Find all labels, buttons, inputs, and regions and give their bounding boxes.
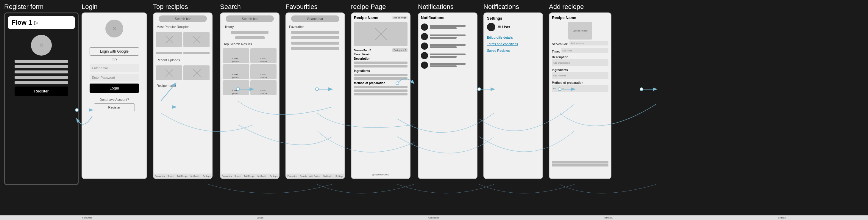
nav-bar-top-recipes: Favourites Search Add Recipe Notificati.… — [154, 174, 212, 178]
recipe-page-section: recipe Page Recipe Name Add Yo recipe Se… — [349, 3, 416, 179]
add-yo-recipe-btn[interactable]: Add Yo recipe — [392, 16, 407, 19]
ing-line-2 — [354, 77, 407, 80]
notif-item-3 — [421, 42, 474, 50]
top-recipes-label: Top recipies — [153, 3, 216, 11]
pop-line-1 — [156, 52, 182, 54]
result-card-2[interactable]: shahipaneer — [250, 48, 277, 63]
search-bar[interactable]: Search bar — [226, 15, 274, 22]
method-placeholder: Add Steps — [553, 87, 564, 90]
main-container: Register form Flow 1 ▷ Register Login Lo… — [0, 0, 868, 220]
bottom-line-1 — [552, 161, 609, 163]
or-text: OR — [112, 58, 117, 62]
notif1-label: Notifications — [418, 3, 480, 11]
popular-img-1 — [156, 32, 182, 47]
upload-image-box[interactable]: Upload Image — [568, 22, 592, 40]
ing-placeholder: Add Incients — [553, 74, 566, 77]
login-section: Login Login with Google OR Enter email E… — [80, 3, 151, 179]
field-line-1 — [14, 60, 68, 63]
fav-line-1 — [291, 31, 339, 34]
nav-notif3[interactable]: Notificati... — [323, 175, 333, 177]
ing-line-1 — [354, 74, 407, 76]
nav-notif[interactable]: Notificati... — [190, 175, 200, 177]
desc-input[interactable]: Add Description — [552, 59, 609, 66]
result-card-4[interactable]: shahipaneer — [250, 64, 277, 79]
top-recipes-section: Top recipies Search bar Most Popular Rec… — [151, 3, 218, 179]
search-screen: Search bar History Top Search Results sh… — [220, 12, 280, 179]
result-card-3[interactable]: shahipaneer — [223, 64, 249, 79]
history-line-1 — [231, 31, 269, 34]
nav-fav2[interactable]: Favourites — [287, 175, 298, 177]
dont-have-text: Dont have Account? — [100, 98, 129, 101]
fav-search[interactable]: Search bar — [291, 15, 339, 22]
ratings-badge: Ratings: 4.5 — [392, 48, 407, 52]
nav-add-recipe[interactable]: Add Recipe — [177, 175, 188, 177]
password-field[interactable]: Enter Password — [90, 74, 139, 81]
svg-point-6 — [640, 88, 643, 91]
serves-label: Serves For: — [552, 42, 568, 46]
time-input[interactable]: Add Time — [561, 48, 609, 53]
result-card-6[interactable]: shahipaneer — [250, 80, 277, 95]
hi-user-text: HI User — [498, 25, 510, 29]
nav-favourites[interactable]: Favourites — [155, 175, 165, 177]
desc-label: Description — [552, 56, 609, 59]
pop-line-2 — [183, 52, 210, 54]
add-recipe-screen: Recipe Name Upload Image Serves For: Add… — [549, 12, 612, 179]
result-card-1[interactable]: shahipaneer — [223, 48, 249, 63]
time-text: Time: 30 min — [354, 53, 407, 56]
saved-recipes-link[interactable]: Saved Recipies — [487, 49, 539, 52]
recipe-page-label: recipe Page — [351, 3, 414, 11]
recipe-name-text: Recipe Name — [354, 15, 378, 20]
ingredients-label: Ingredients — [354, 69, 407, 73]
ing-input[interactable]: Add Incients — [552, 72, 609, 79]
login-avatar — [105, 20, 123, 37]
nav-fav[interactable]: Favourites — [222, 175, 232, 177]
field-line-4 — [14, 76, 68, 79]
nav-set[interactable]: Settings — [270, 175, 277, 177]
search-results-grid: shahipaneer shahipaneer shahipaneer shah… — [223, 48, 277, 95]
nav-bar-search: Favourites Search Add Recipe Notificati.… — [221, 174, 279, 178]
login-screen: Login with Google OR Enter email Enter P… — [82, 12, 147, 179]
nav-add2[interactable]: Add Recipe — [309, 175, 320, 177]
email-placeholder: Enter email — [92, 66, 108, 70]
result-card-5[interactable]: shahipaneer — [223, 80, 249, 95]
register-section: Register form Flow 1 ▷ Register — [2, 3, 80, 185]
register-label: Register form — [4, 3, 78, 11]
description-label: Description — [354, 57, 407, 60]
time-label: Time: — [552, 50, 560, 53]
nav-add[interactable]: Add Recipe — [244, 175, 254, 177]
nav-bar-fav: Favourites Search Add Recipe Notificati.… — [286, 174, 344, 178]
search-label: Search — [220, 3, 282, 11]
serves-input[interactable]: Add Number — [569, 41, 609, 45]
nav-search[interactable]: Search — [167, 175, 174, 177]
login-google-button[interactable]: Login with Google — [90, 47, 139, 56]
register-button[interactable]: Register — [14, 86, 68, 96]
nav-srch[interactable]: Search — [235, 175, 241, 177]
recent-uploads-label: Recent Uploads — [157, 58, 209, 62]
login-button[interactable]: Login — [90, 83, 139, 93]
settings-title: Settings — [487, 16, 539, 21]
upload-img-label: Upload Image — [573, 29, 588, 32]
notif-item-5 — [421, 62, 474, 69]
notif-item-1 — [421, 24, 474, 31]
meth-line-2 — [354, 89, 407, 92]
nav-set2[interactable]: Settings — [336, 175, 343, 177]
bottom-line-2 — [552, 164, 609, 167]
email-field[interactable]: Enter email — [90, 64, 139, 72]
serves-text: Serves For: 2 — [354, 49, 371, 52]
register-link-button[interactable]: Register — [94, 104, 134, 111]
nav-notif2[interactable]: Notificati... — [257, 175, 267, 177]
notifications1-section: Notifications Notifications — [416, 3, 482, 179]
settings-screen: Settings HI User Edit profile details Te… — [484, 12, 543, 179]
recent-img-1 — [156, 65, 182, 80]
favourites-screen: Search bar Favourites Favourites Search … — [285, 12, 345, 179]
method-input[interactable]: Add Steps — [552, 85, 609, 92]
notif-title: Notifications — [421, 15, 474, 20]
method-label: Method of preparation — [354, 81, 407, 85]
play-icon[interactable]: ▷ — [34, 19, 38, 26]
nav-srch2[interactable]: Search — [300, 175, 307, 177]
top-recipes-search[interactable]: Search bar — [159, 15, 207, 22]
notif-item-2 — [421, 33, 474, 40]
nav-settings[interactable]: Settings — [203, 175, 211, 177]
terms-link[interactable]: Terms and conditions — [487, 42, 539, 46]
edit-profile-link[interactable]: Edit profile details — [487, 36, 539, 39]
